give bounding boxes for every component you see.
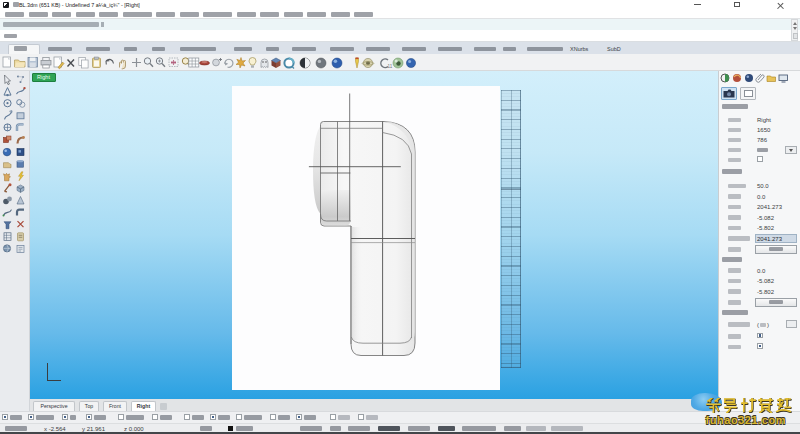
svg-text:11: 11 xyxy=(388,64,393,69)
